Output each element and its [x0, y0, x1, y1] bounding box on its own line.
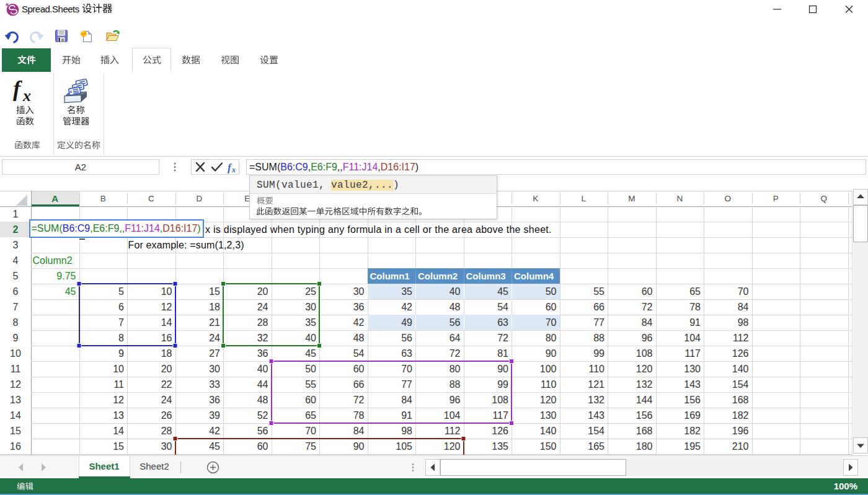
svg-text:f: f [13, 77, 22, 101]
svg-text:x: x [22, 87, 31, 105]
svg-text:x: x [231, 165, 236, 174]
